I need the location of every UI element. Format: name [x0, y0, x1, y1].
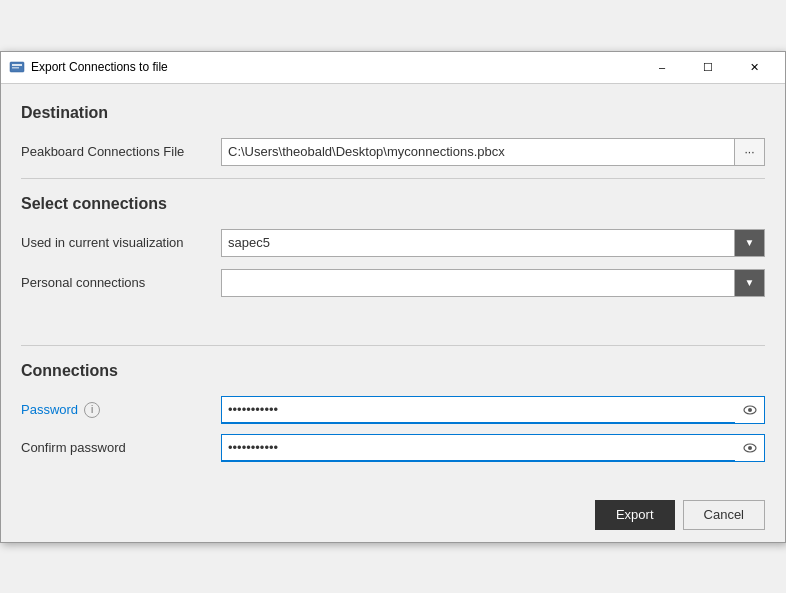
- main-window: Export Connections to file – ☐ ✕ Destina…: [0, 51, 786, 543]
- confirm-password-eye-button[interactable]: [735, 434, 765, 462]
- current-visualization-label: Used in current visualization: [21, 235, 221, 250]
- personal-connections-value: [221, 269, 735, 297]
- window-title: Export Connections to file: [31, 60, 639, 74]
- svg-rect-1: [12, 64, 22, 66]
- maximize-button[interactable]: ☐: [685, 57, 731, 77]
- password-eye-button[interactable]: [735, 396, 765, 424]
- window-icon: [9, 59, 25, 75]
- confirm-password-row: Confirm password: [21, 434, 765, 462]
- password-label-area: Password i: [21, 402, 221, 418]
- window-controls: – ☐ ✕: [639, 57, 777, 77]
- file-path-label: Peakboard Connections File: [21, 144, 221, 159]
- password-input[interactable]: [221, 396, 735, 424]
- confirm-password-label: Confirm password: [21, 440, 126, 455]
- eye-icon-2: [742, 440, 758, 456]
- personal-connections-label: Personal connections: [21, 275, 221, 290]
- svg-point-4: [748, 408, 752, 412]
- current-visualization-value: sapec5: [221, 229, 735, 257]
- footer: Export Cancel: [1, 488, 785, 542]
- confirm-password-input[interactable]: [221, 434, 735, 462]
- current-visualization-dropdown-button[interactable]: ▼: [735, 229, 765, 257]
- select-connections-title: Select connections: [21, 195, 765, 213]
- personal-connections-input-group: ▼: [221, 269, 765, 297]
- password-row: Password i: [21, 396, 765, 424]
- export-button[interactable]: Export: [595, 500, 675, 530]
- destination-title: Destination: [21, 104, 765, 122]
- personal-connections-row: Personal connections ▼: [21, 269, 765, 297]
- confirm-password-input-wrapper: [221, 434, 765, 462]
- current-visualization-input-group: sapec5 ▼: [221, 229, 765, 257]
- password-label: Password: [21, 402, 78, 417]
- content-area: Destination Peakboard Connections File ·…: [1, 84, 785, 488]
- chevron-down-icon: ▼: [745, 237, 755, 248]
- svg-point-6: [748, 446, 752, 450]
- info-icon[interactable]: i: [84, 402, 100, 418]
- minimize-button[interactable]: –: [639, 57, 685, 77]
- destination-section: Destination Peakboard Connections File ·…: [21, 104, 765, 166]
- spacer: [21, 309, 765, 333]
- current-visualization-row: Used in current visualization sapec5 ▼: [21, 229, 765, 257]
- svg-rect-2: [12, 67, 19, 69]
- file-path-input-group: ···: [221, 138, 765, 166]
- cancel-button[interactable]: Cancel: [683, 500, 765, 530]
- confirm-password-label-area: Confirm password: [21, 440, 221, 455]
- file-path-row: Peakboard Connections File ···: [21, 138, 765, 166]
- connections-section: Connections Password i: [21, 362, 765, 462]
- divider-2: [21, 345, 765, 346]
- divider-1: [21, 178, 765, 179]
- password-input-wrapper: [221, 396, 765, 424]
- connections-title: Connections: [21, 362, 765, 380]
- title-bar: Export Connections to file – ☐ ✕: [1, 52, 785, 84]
- file-path-input[interactable]: [221, 138, 735, 166]
- chevron-down-icon-2: ▼: [745, 277, 755, 288]
- personal-connections-dropdown-button[interactable]: ▼: [735, 269, 765, 297]
- close-button[interactable]: ✕: [731, 57, 777, 77]
- browse-button[interactable]: ···: [735, 138, 765, 166]
- select-connections-section: Select connections Used in current visua…: [21, 195, 765, 297]
- eye-icon: [742, 402, 758, 418]
